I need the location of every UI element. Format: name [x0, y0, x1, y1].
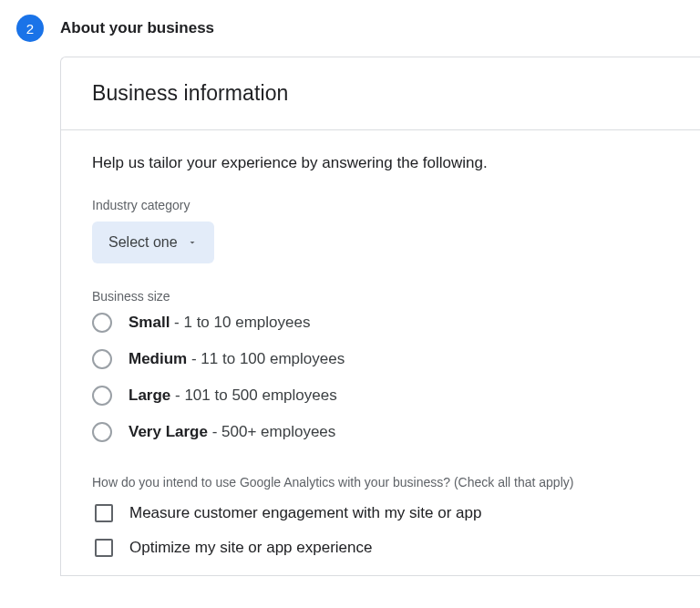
radio-icon [92, 422, 112, 442]
industry-category-label: Industry category [92, 198, 669, 212]
business-size-label: Business size [92, 289, 669, 304]
checkbox-icon [95, 504, 113, 522]
usage-option-optimize[interactable]: Optimize my site or app experience [95, 539, 669, 557]
card-title: Business information [92, 81, 669, 106]
chevron-down-icon [187, 237, 198, 248]
radio-icon [92, 349, 112, 369]
radio-label: Large - 101 to 500 employees [129, 386, 337, 405]
checkbox-label: Optimize my site or app experience [129, 539, 372, 557]
step-header: 2 About your business [0, 0, 700, 57]
industry-category-group: Industry category Select one [92, 198, 669, 263]
business-size-option-large[interactable]: Large - 101 to 500 employees [92, 386, 669, 406]
card-header: Business information [61, 57, 700, 130]
radio-icon [92, 313, 112, 333]
step-number-badge: 2 [16, 15, 44, 42]
checkbox-label: Measure customer engagement with my site… [129, 504, 481, 522]
radio-label: Very Large - 500+ employees [129, 423, 335, 441]
business-size-option-very-large[interactable]: Very Large - 500+ employees [92, 422, 669, 442]
card-body: Help us tailor your experience by answer… [61, 130, 700, 575]
intro-text: Help us tailor your experience by answer… [92, 154, 669, 172]
checkbox-icon [95, 539, 113, 557]
radio-icon [92, 386, 112, 406]
industry-category-select[interactable]: Select one [92, 222, 214, 263]
radio-label: Medium - 11 to 100 employees [129, 350, 345, 368]
business-size-radio-list: Small - 1 to 10 employees Medium - 11 to… [92, 313, 669, 442]
business-size-option-small[interactable]: Small - 1 to 10 employees [92, 313, 669, 333]
business-size-group: Business size Small - 1 to 10 employees … [92, 289, 669, 442]
usage-option-engagement[interactable]: Measure customer engagement with my site… [95, 504, 669, 522]
usage-checkbox-list: Measure customer engagement with my site… [92, 504, 669, 557]
radio-label: Small - 1 to 10 employees [129, 314, 310, 332]
business-info-card: Business information Help us tailor your… [60, 57, 700, 576]
industry-selected-value: Select one [108, 234, 178, 251]
step-title: About your business [60, 19, 214, 37]
usage-question-label: How do you intend to use Google Analytic… [92, 475, 669, 489]
business-size-option-medium[interactable]: Medium - 11 to 100 employees [92, 349, 669, 369]
